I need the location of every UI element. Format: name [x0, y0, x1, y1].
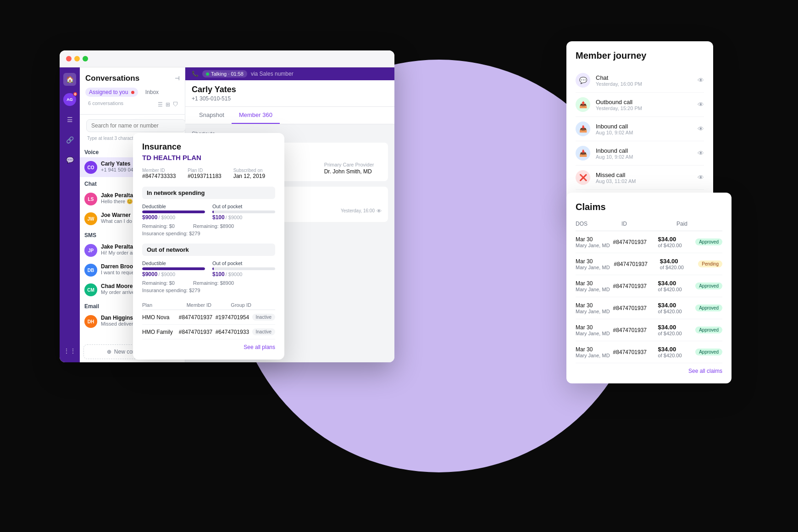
- out-of-pocket-out-bar-fill: [212, 267, 214, 270]
- list-item: 📥 Inbound call Aug 10, 9:02 AM 👁: [576, 117, 704, 141]
- deductible-max: / $9000: [158, 215, 175, 220]
- table-row: HMO Family #8474701937 #6474701933 Inact…: [142, 325, 275, 339]
- member-id-cell: #8474701937: [179, 329, 216, 335]
- call-status: Talking · 01:58: [202, 70, 247, 78]
- journey-time: Yesterday, 16:00 PM: [596, 81, 692, 87]
- see-all-claims-link[interactable]: See all claims: [576, 368, 722, 374]
- inbox-tab[interactable]: Inbox: [142, 88, 162, 97]
- group-id-col-header: Group ID: [231, 302, 275, 308]
- plan-id-field: Plan ID #0193711183: [188, 168, 229, 179]
- journey-info: Inbound call Aug 10, 9:02 AM: [596, 123, 692, 135]
- eye-icon[interactable]: 👁: [698, 174, 704, 181]
- collapse-icon[interactable]: ⊣: [175, 75, 179, 82]
- out-of-pocket-max: / $9000: [226, 215, 243, 220]
- id-cell: #8474701937: [613, 327, 658, 333]
- journey-type: Inbound call: [596, 123, 692, 130]
- plan-id-value: #0193711183: [188, 173, 229, 179]
- table-row: Mar 30 Mary Jane, MD #8474701937 $34.00 …: [576, 319, 722, 341]
- contact-phone: +1 305-010-515: [192, 95, 388, 102]
- dos-cell: Mar 30 Mary Jane, MD: [576, 258, 614, 270]
- list-item: 📥 Inbound call Aug 10, 9:02 AM 👁: [576, 141, 704, 166]
- filter-nav-icon[interactable]: ☰: [63, 113, 76, 126]
- status-badge: Inactive: [252, 314, 275, 321]
- paid-cell: $34.00 of $420.00: [658, 236, 696, 248]
- status-badge: Inactive: [252, 328, 275, 335]
- out-network-title: Out of network: [142, 244, 275, 256]
- grid-view-icon[interactable]: ⊞: [166, 101, 170, 108]
- eye-icon[interactable]: 👁: [698, 125, 704, 133]
- chat-icon: 💬: [576, 73, 590, 88]
- out-of-pocket-out-label: Out of pocket: [212, 260, 275, 266]
- pcp-value: Dr. John Smith, MD: [324, 168, 382, 175]
- close-button[interactable]: [66, 56, 72, 61]
- deductible-item: Deductible $9000 / $9000: [142, 204, 205, 221]
- link-nav-icon[interactable]: 🔗: [63, 133, 76, 146]
- maximize-button[interactable]: [83, 56, 88, 61]
- avatar: DH: [84, 315, 97, 328]
- out-deductible-remaining: Remaining: $0: [142, 280, 175, 286]
- home-nav-icon[interactable]: 🏠: [63, 73, 76, 86]
- eye-icon[interactable]: 👁: [698, 77, 704, 84]
- see-all-plans-link[interactable]: See all plans: [142, 344, 275, 350]
- dos-cell: Mar 30 Mary Jane, MD: [576, 346, 613, 358]
- plan-id-label: Plan ID: [188, 168, 229, 173]
- journey-time: Aug 10, 9:02 AM: [596, 130, 692, 135]
- plan-cell: HMO Nova: [142, 314, 179, 321]
- journey-info: Chat Yesterday, 16:00 PM: [596, 74, 692, 87]
- deductible-remaining: Remaining: $0: [142, 223, 175, 229]
- out-network-spending-total: Insurance spending: $279: [142, 288, 275, 293]
- conv-count: 6 conversations: [86, 100, 125, 109]
- assigned-to-you-tab[interactable]: Assigned to you: [85, 88, 138, 97]
- out-deductible-item: Deductible $9000 / $9000: [142, 260, 205, 277]
- journey-type: Inbound call: [596, 147, 692, 154]
- table-row: Mar 30 Mary Jane, MD #8474701937 $34.00 …: [576, 231, 722, 253]
- out-of-pocket-bar: [212, 211, 275, 213]
- id-cell: #8474701937: [613, 239, 658, 245]
- id-col-header: ID: [621, 221, 676, 227]
- in-network-spending-total: Insurance spending: $279: [142, 231, 275, 236]
- active-call-dot: [206, 72, 209, 76]
- contact-header: Carly Yates +1 305-010-515: [185, 80, 394, 107]
- journey-type: Chat: [596, 74, 692, 81]
- out-of-pocket-bar-fill: [212, 211, 214, 213]
- chat-nav-icon[interactable]: 💬: [63, 154, 76, 166]
- eye-icon[interactable]: 👁: [377, 208, 382, 214]
- out-of-pocket-out-bar: [212, 267, 275, 270]
- member-journey-title: Member journey: [576, 50, 704, 61]
- avatar: JP: [84, 244, 97, 257]
- conversations-header: Conversations ⊣ Assigned to you Inbox 6 …: [80, 67, 185, 115]
- search-input[interactable]: [86, 119, 186, 132]
- insurance-plan-name: TD HEALTH PLAN: [142, 154, 275, 161]
- table-row: Mar 30 Mary Jane, MD #8474701937 $34.00 …: [576, 253, 722, 275]
- out-network-spending-row: Deductible $9000 / $9000 Out of pocket $…: [142, 260, 275, 277]
- list-view-icon[interactable]: ☰: [158, 101, 163, 108]
- out-of-pocket-out-item: Out of pocket $100 / $9000: [212, 260, 275, 277]
- id-cell: #8474701937: [614, 261, 660, 267]
- minimize-button[interactable]: [74, 56, 80, 61]
- status-badge: Approved: [695, 305, 722, 311]
- journey-time: Aug 10, 9:02 AM: [596, 154, 692, 160]
- filter-icon[interactable]: ⛉: [173, 101, 178, 108]
- plan-col-header: Plan: [142, 302, 187, 308]
- out-remaining-row: Remaining: $0 Remaining: $8900: [142, 280, 275, 288]
- dos-cell: Mar 30 Mary Jane, MD: [576, 236, 613, 248]
- notification-badge: 6: [73, 92, 78, 96]
- in-network-spending-row: Deductible $9000 / $9000 Out of pocket $…: [142, 204, 275, 221]
- out-of-pocket-label: Out of pocket: [212, 204, 275, 209]
- in-network-section: In network spending Deductible $9000 / $…: [142, 187, 275, 236]
- plus-icon: ⊕: [107, 349, 111, 355]
- user-avatar-icon[interactable]: AG 6: [63, 93, 76, 106]
- eye-icon[interactable]: 👁: [698, 150, 704, 157]
- remaining-row: Remaining: $0 Remaining: $8900: [142, 223, 275, 231]
- member-id-field: Member ID #8474733333: [142, 168, 184, 179]
- insurance-ids: Member ID #8474733333 Plan ID #019371118…: [142, 168, 275, 179]
- inbound-call-icon: 📥: [576, 122, 590, 136]
- out-of-pocket-remaining: Remaining: $8900: [193, 223, 234, 229]
- journey-time: Yesterday, 15:20 PM: [596, 105, 692, 111]
- member-360-tab[interactable]: Member 360: [232, 107, 280, 124]
- grid-nav-icon[interactable]: ⋮⋮: [63, 344, 76, 357]
- snapshot-tab[interactable]: Snapshot: [192, 107, 232, 124]
- deductible-label: Deductible: [142, 204, 205, 209]
- eye-icon[interactable]: 👁: [698, 101, 704, 108]
- call-status-text: Talking · 01:58: [211, 71, 244, 77]
